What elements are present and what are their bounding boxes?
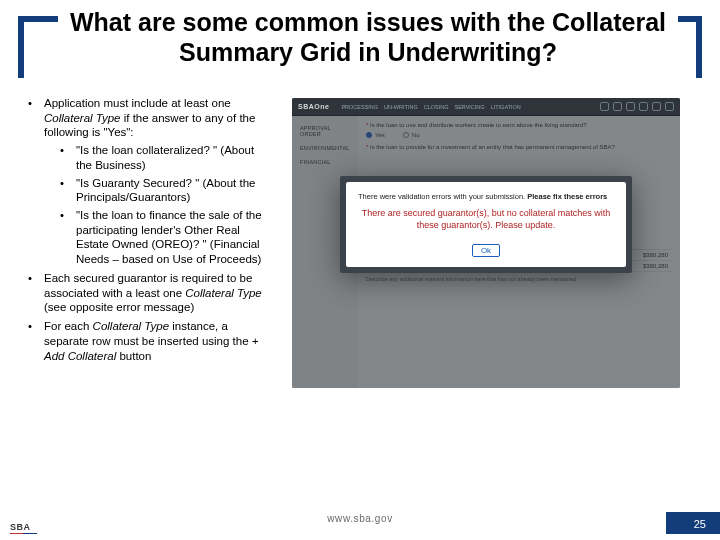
app-screenshot: SBAOne PROCESSING UN-WRITING CLOSING SER… xyxy=(292,98,680,388)
app-body: APPROVAL ORDER ENVIRONMENTAL FINANCIAL *… xyxy=(292,116,680,388)
nav-tabs: PROCESSING UN-WRITING CLOSING SERVICING … xyxy=(341,104,520,110)
topbar: SBAOne PROCESSING UN-WRITING CLOSING SER… xyxy=(292,98,680,116)
title-border xyxy=(18,16,24,78)
bullet-content: Application must include at least one Co… xyxy=(26,96,272,367)
footer-url: www.sba.gov xyxy=(0,513,720,524)
grid-icon[interactable] xyxy=(652,102,661,111)
nav-tab[interactable]: LITIGATION xyxy=(491,104,521,110)
italic-term: Collateral Type xyxy=(44,112,121,124)
bullet-1: Application must include at least one Co… xyxy=(26,96,272,267)
sub-bullet-2: "Is Guaranty Secured? " (About the Princ… xyxy=(44,176,272,205)
italic-term: Collateral Type xyxy=(93,320,170,332)
nav-tab[interactable]: PROCESSING xyxy=(341,104,378,110)
brand-logo: SBAOne xyxy=(298,103,329,110)
user-icon[interactable] xyxy=(626,102,635,111)
title-border xyxy=(696,16,702,78)
text: (see opposite error message) xyxy=(44,301,194,313)
help-icon[interactable] xyxy=(639,102,648,111)
error-modal: There were validation errors with your s… xyxy=(340,176,632,273)
chat-icon[interactable] xyxy=(665,102,674,111)
topbar-icons xyxy=(600,102,674,111)
page-number: 25 xyxy=(694,518,706,530)
nav-tab[interactable]: CLOSING xyxy=(424,104,449,110)
title-frame: What are some common issues with the Col… xyxy=(18,6,702,78)
error-heading: There were validation errors with your s… xyxy=(358,192,614,201)
sub-bullet-3: "Is the loan to finance the sale of the … xyxy=(44,208,272,267)
sba-logo: SBA xyxy=(10,522,37,535)
logo-underline xyxy=(10,533,37,535)
notification-icon[interactable] xyxy=(613,102,622,111)
nav-tab[interactable]: SERVICING xyxy=(454,104,484,110)
text: button xyxy=(116,350,151,362)
error-message: There are secured guarantor(s), but no c… xyxy=(358,207,614,231)
nav-tab[interactable]: UN-WRITING xyxy=(384,104,418,110)
sub-bullet-1: "Is the loan collateralized? " (About th… xyxy=(44,143,272,172)
text: For each xyxy=(44,320,93,332)
ok-button[interactable]: Ok xyxy=(472,244,500,257)
search-icon[interactable] xyxy=(600,102,609,111)
page-title: What are some common issues with the Col… xyxy=(58,6,678,71)
italic-term: Collateral Type xyxy=(185,287,262,299)
bullet-3: For each Collateral Type instance, a sep… xyxy=(26,319,272,363)
bullet-2: Each secured guarantor is required to be… xyxy=(26,271,272,315)
text: Application must include at least one xyxy=(44,97,231,109)
